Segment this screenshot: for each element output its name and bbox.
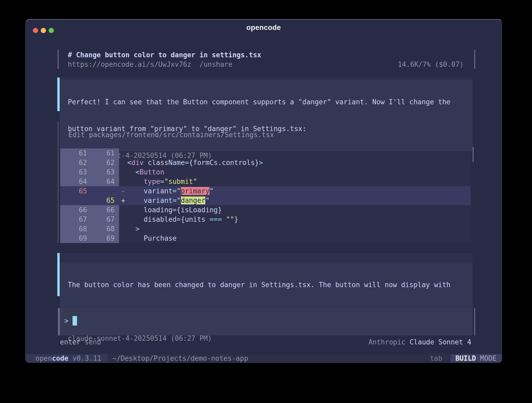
working-directory: ~/Desktop/Projects/demo-notes-app (112, 354, 248, 363)
message-body: Perfect! I can see that the Button compo… (60, 78, 473, 111)
diff-row: 65+ variant="danger" (60, 196, 471, 205)
diff-code: disabled={units === ""} (127, 215, 471, 224)
code-token: " (205, 197, 209, 204)
code-token: type (144, 178, 160, 185)
model-indicator: Anthropic Claude Sonnet 4 (369, 338, 471, 347)
message-accent-bar (57, 253, 60, 296)
mode-key-hint[interactable]: tab (430, 354, 442, 363)
prompt-character: > (64, 316, 69, 325)
zoom-button[interactable] (49, 28, 54, 33)
diff-marker (119, 167, 127, 177)
code-token: "" (226, 215, 234, 223)
diff-line-number-new: 69 (87, 234, 119, 243)
diff-line-number-old: 64 (60, 177, 87, 186)
code-token: danger (181, 197, 206, 204)
diff-marker: + (119, 196, 127, 205)
code-token: Purchase (127, 234, 177, 242)
mode-secondary: MODE (476, 354, 497, 362)
composer-left-border (58, 308, 60, 335)
code-token: = (172, 206, 177, 214)
spacer (191, 60, 200, 68)
diff-line-number-old: 69 (60, 234, 87, 243)
diff-line-number-new: 66 (87, 205, 119, 215)
code-token: Button (140, 168, 164, 176)
session-share-url[interactable]: https://opencode.ai/s/UwJxv76z (68, 60, 191, 68)
message-line: Perfect! I can see that the Button compo… (68, 97, 473, 106)
prompt-line: > (64, 316, 473, 326)
unshare-command[interactable]: /unshare (200, 60, 232, 68)
window-title: opencode (246, 24, 281, 32)
mode-primary: BUILD (455, 354, 476, 362)
diff-line-number-new: 67 (87, 215, 119, 224)
code-token: " (177, 187, 181, 195)
message-accent-bar (57, 78, 60, 111)
diff-code: type="submit" (127, 177, 471, 186)
diff-line-number-old: 68 (60, 224, 87, 234)
diff-row: 65- variant="primary" (60, 186, 471, 196)
session-header: # Change button color to danger in setti… (58, 50, 475, 69)
code-token: className (144, 159, 185, 167)
code-token: < (127, 159, 131, 167)
code-token: = (177, 215, 181, 223)
diff-code: loading={isLoading} (127, 205, 471, 215)
minimize-button[interactable] (41, 28, 46, 33)
code-token: variant (127, 187, 172, 195)
code-token: } (234, 215, 238, 223)
diff-code: <Button (127, 167, 471, 177)
diff-line-number-new: 64 (87, 177, 119, 186)
session-share-row: https://opencode.ai/s/UwJxv76z /unshare (68, 60, 232, 69)
scrollbar-thumb[interactable] (473, 147, 474, 162)
diff-code: variant="primary" (127, 186, 471, 196)
assistant-message: The button color has been changed to dan… (57, 253, 473, 296)
code-token (127, 178, 144, 185)
session-subheader: https://opencode.ai/s/UwJxv76z /unshare … (68, 60, 464, 69)
diff-row: 6363 <Button (60, 167, 471, 177)
diff-code: <div className={formCs.controls}> (127, 158, 471, 167)
code-token: > (259, 159, 263, 167)
code-token: variant (127, 197, 172, 204)
diff-rows: 61616262<div className={formCs.controls}… (60, 148, 471, 243)
message-input[interactable]: > (60, 308, 473, 335)
message-text: Perfect! I can see that the Button compo… (60, 80, 473, 151)
diff-marker (119, 215, 127, 224)
diff-marker (119, 177, 127, 186)
traffic-lights (33, 28, 54, 33)
opencode-window: opencode # Change button color to danger… (25, 19, 502, 363)
diff-line-number-old: 62 (60, 158, 87, 167)
diff-line-number-new: 65 (87, 196, 119, 205)
mode-segment[interactable]: BUILD MODE (451, 354, 502, 363)
model-name: Claude Sonnet 4 (410, 338, 471, 346)
diff-line-number-new: 62 (87, 158, 119, 167)
code-token: disabled (127, 215, 177, 223)
diff-row: 6767 disabled={units === ""} (60, 215, 471, 224)
diff-row: 6464 type="submit" (60, 177, 471, 186)
assistant-message: Perfect! I can see that the Button compo… (57, 78, 473, 111)
diff-marker (119, 234, 127, 243)
app-name-regular: open (35, 354, 52, 362)
code-token: = (172, 197, 177, 204)
diff-row: 6262<div className={formCs.controls}> (60, 158, 471, 167)
code-token: div (131, 159, 144, 167)
close-button[interactable] (33, 28, 38, 33)
diff-line-number-old: 63 (60, 167, 87, 177)
diff-line-number-new (87, 186, 119, 196)
code-token: {isLoading} (177, 206, 222, 214)
code-token: = (185, 159, 189, 167)
diff-marker (119, 158, 127, 167)
send-hint: enter send (60, 338, 101, 347)
diff-line-number-old: 67 (60, 215, 87, 224)
diff-marker (119, 205, 127, 215)
diff-line-number-old: 65 (60, 186, 87, 196)
code-token: loading (127, 206, 172, 214)
composer-right-border (474, 308, 475, 335)
code-token: < (127, 168, 140, 176)
diff-line-number-new: 68 (87, 224, 119, 234)
code-token: > (135, 225, 140, 233)
diff-line-number-old: 61 (60, 148, 87, 158)
text-cursor (73, 316, 77, 326)
code-token: primary (181, 187, 210, 195)
code-token: " (177, 197, 181, 204)
code-token: = (160, 178, 164, 185)
code-token: {units (181, 215, 210, 223)
session-title: # Change button color to danger in setti… (68, 50, 464, 59)
